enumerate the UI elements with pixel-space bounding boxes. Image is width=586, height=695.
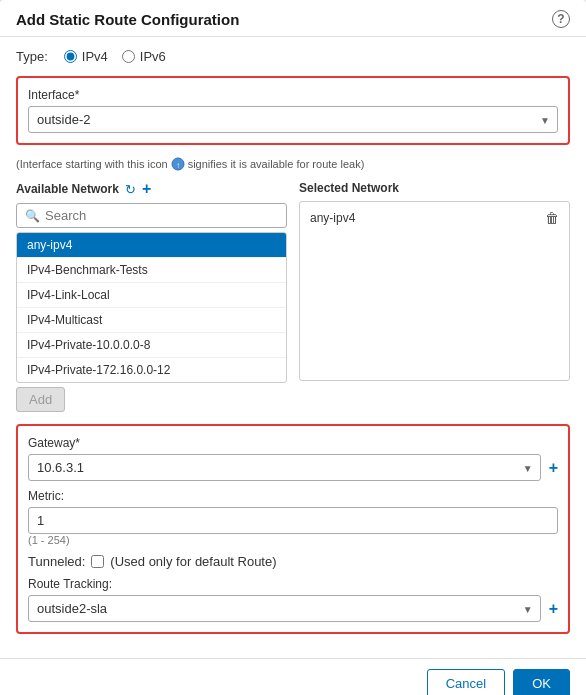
- route-tracking-add-icon[interactable]: +: [549, 601, 558, 617]
- interface-select-wrapper: outside-2 outside-1 inside ▼: [28, 106, 558, 133]
- list-item[interactable]: IPv4-Multicast: [17, 308, 286, 333]
- tunneled-row: Tunneled: (Used only for default Route): [28, 554, 558, 569]
- tunneled-label: Tunneled:: [28, 554, 85, 569]
- list-item[interactable]: any-ipv4: [17, 233, 286, 258]
- interface-hint-prefix: (Interface starting with this icon: [16, 158, 168, 170]
- dialog-body: Type: IPv4 IPv6 Interface* outside-2 out…: [0, 37, 586, 658]
- ipv6-radio-item[interactable]: IPv6: [122, 49, 166, 64]
- type-row: Type: IPv4 IPv6: [16, 49, 570, 64]
- gateway-section: Gateway* 10.6.3.1 10.6.3.2 ▼ + Metric: (…: [16, 424, 570, 634]
- selected-network-label: Selected Network: [299, 181, 399, 195]
- type-label: Type:: [16, 49, 48, 64]
- delete-icon[interactable]: 🗑: [545, 210, 559, 226]
- route-tracking-select-wrapper: outside2-sla outside1-sla ▼: [28, 595, 541, 622]
- route-tracking-row: outside2-sla outside1-sla ▼ +: [28, 595, 558, 622]
- selected-network-panel: Selected Network any-ipv4 🗑: [299, 181, 570, 412]
- available-network-label: Available Network: [16, 182, 119, 196]
- metric-hint: (1 - 254): [28, 534, 558, 546]
- route-leak-icon: ↑: [171, 157, 185, 171]
- gateway-select-wrapper: 10.6.3.1 10.6.3.2 ▼: [28, 454, 541, 481]
- metric-input[interactable]: [28, 507, 558, 534]
- gateway-label: Gateway*: [28, 436, 558, 450]
- interface-hint: (Interface starting with this icon ↑ sig…: [16, 157, 570, 171]
- help-icon[interactable]: ?: [552, 10, 570, 28]
- list-item[interactable]: IPv4-Link-Local: [17, 283, 286, 308]
- radio-group: IPv4 IPv6: [64, 49, 166, 64]
- search-input[interactable]: [45, 208, 278, 223]
- ipv4-radio[interactable]: [64, 50, 77, 63]
- available-network-header: Available Network ↻ +: [16, 181, 287, 197]
- tunneled-checkbox[interactable]: [91, 555, 104, 568]
- search-box: 🔍: [16, 203, 287, 228]
- dialog-footer: Cancel OK: [0, 658, 586, 695]
- interface-section: Interface* outside-2 outside-1 inside ▼: [16, 76, 570, 145]
- search-icon: 🔍: [25, 209, 40, 223]
- ok-button[interactable]: OK: [513, 669, 570, 695]
- metric-label: Metric:: [28, 489, 558, 503]
- selected-item-label: any-ipv4: [310, 211, 355, 225]
- dialog-title: Add Static Route Configuration: [16, 11, 239, 28]
- svg-text:↑: ↑: [176, 161, 180, 170]
- list-item[interactable]: IPv4-Private-10.0.0.0-8: [17, 333, 286, 358]
- ipv6-radio[interactable]: [122, 50, 135, 63]
- selected-item: any-ipv4 🗑: [304, 206, 565, 230]
- route-tracking-select[interactable]: outside2-sla outside1-sla: [28, 595, 541, 622]
- interface-hint-suffix: signifies it is available for route leak…: [188, 158, 365, 170]
- gateway-row: 10.6.3.1 10.6.3.2 ▼ +: [28, 454, 558, 481]
- available-network-panel: Available Network ↻ + 🔍 any-ipv4 IPv4-Be…: [16, 181, 287, 412]
- tunneled-hint: (Used only for default Route): [110, 554, 276, 569]
- dialog: Add Static Route Configuration ? Type: I…: [0, 0, 586, 695]
- ipv4-label: IPv4: [82, 49, 108, 64]
- list-item[interactable]: IPv4-Benchmark-Tests: [17, 258, 286, 283]
- interface-label: Interface*: [28, 88, 558, 102]
- dialog-header: Add Static Route Configuration ?: [0, 0, 586, 37]
- route-tracking-label: Route Tracking:: [28, 577, 558, 591]
- network-list: any-ipv4 IPv4-Benchmark-Tests IPv4-Link-…: [16, 232, 287, 383]
- cancel-button[interactable]: Cancel: [427, 669, 505, 695]
- selected-network-list: any-ipv4 🗑: [299, 201, 570, 381]
- network-section: Available Network ↻ + 🔍 any-ipv4 IPv4-Be…: [16, 181, 570, 412]
- ipv4-radio-item[interactable]: IPv4: [64, 49, 108, 64]
- add-button[interactable]: Add: [16, 387, 65, 412]
- gateway-add-icon[interactable]: +: [549, 460, 558, 476]
- refresh-icon[interactable]: ↻: [125, 182, 136, 197]
- ipv6-label: IPv6: [140, 49, 166, 64]
- selected-network-header: Selected Network: [299, 181, 570, 195]
- available-network-add-icon[interactable]: +: [142, 181, 151, 197]
- gateway-select[interactable]: 10.6.3.1 10.6.3.2: [28, 454, 541, 481]
- list-item[interactable]: IPv4-Private-172.16.0.0-12: [17, 358, 286, 382]
- interface-select[interactable]: outside-2 outside-1 inside: [28, 106, 558, 133]
